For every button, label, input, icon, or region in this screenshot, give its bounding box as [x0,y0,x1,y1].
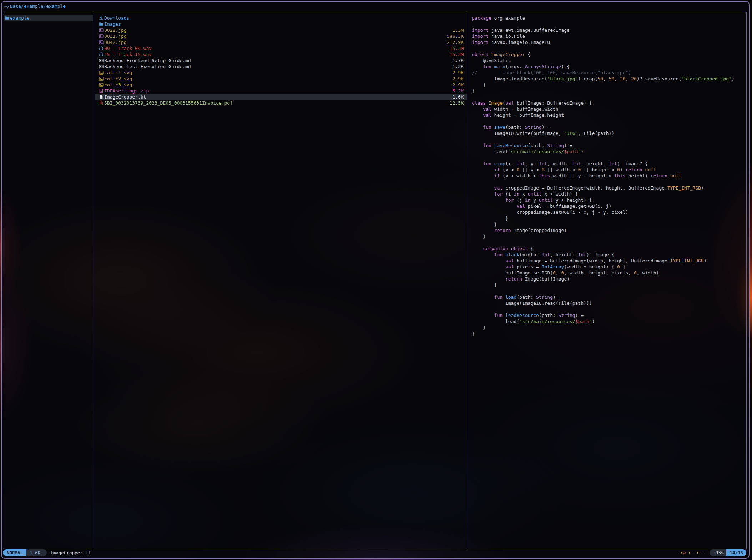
code-line: } [468,88,746,94]
code-segment: pixels = [514,264,541,269]
file-size: 1.3M [453,27,464,33]
code-segment: Int [609,161,617,166]
code-line: } [468,82,746,88]
file-row[interactable]: cal-c1.svg2.9K [95,70,467,76]
code-segment: Image.loadResource( [472,76,547,81]
cursor-position: 14/15 [726,549,746,556]
file-row[interactable]: Backend_Test_Execution_Guide.md1.3K [95,64,467,70]
code-line [468,155,746,161]
code-segment: ) [592,319,595,324]
permission-char: r [680,550,683,555]
code-line: } [468,324,746,331]
panes-container: example DownloadsImages0028.jpg1.3M0031.… [3,12,747,549]
file-size: 212.9K [447,39,464,45]
powerline-cap [44,549,47,556]
file-row[interactable]: Images [95,21,467,27]
code-line: import javax.imageio.ImageIO [468,39,746,45]
code-segment: String [547,143,564,148]
file-list-pane: DownloadsImages0028.jpg1.3M0031.jpg586.3… [94,12,468,549]
status-filename: ImageCropper.kt [50,550,91,555]
code-segment: null [642,167,656,172]
code-segment: 20 [620,76,626,81]
file-row[interactable]: cal-c3.svg2.9K [95,82,467,88]
file-preview-pane[interactable]: package org.example import java.awt.imag… [468,12,746,549]
file-row[interactable]: 0028.jpg1.3M [95,27,467,33]
file-row[interactable]: 09 - Track 09.wav15.3M [95,45,467,51]
code-segment: fun [472,294,503,300]
audio-icon [99,52,104,57]
code-segment: croppedImage.setRGB(i - x, j - y, pixel) [472,210,628,215]
code-segment: IntArray [542,264,564,269]
code-segment: fun [472,143,491,148]
file-row[interactable]: IDEAsettings.zip5.2K [95,88,467,94]
code-segment: Int [572,161,581,166]
code-segment: "blackCropped.jpg" [681,76,732,81]
code-segment: } [472,216,508,221]
code-segment: " [589,319,592,324]
code-segment: 0 [542,167,545,172]
code-segment: fun [472,125,491,130]
code-line: // Image.black(100, 100).saveResource("b… [468,70,746,76]
code-segment: this [614,173,625,178]
code-segment: (width * height) { [564,264,617,269]
file-row[interactable]: cal-c2.svg2.9K [95,76,467,82]
archive-icon [99,89,104,93]
code-segment: $path [564,149,578,154]
code-segment: black [503,252,519,257]
file-row[interactable]: SBI_0032013739_2023_DE05_0003155631Invoi… [95,100,467,106]
code-segment: pixel = buffImage.getRGB(i, j) [525,203,612,209]
code-segment: ) = [575,313,584,318]
folder-icon [5,16,10,20]
code-segment: TYPE_INT_RGB [670,258,704,263]
code-line: val pixels = IntArray(width * height) { … [468,264,746,270]
code-line [468,118,746,124]
code-segment: } [472,234,486,239]
code-line: croppedImage.setRGB(i - x, j - y, pixel) [468,209,746,215]
file-name: example [10,15,90,21]
code-segment: x [519,191,528,197]
file-row[interactable]: 0042.jpg212.9K [95,39,467,45]
code-line: val width = buffImage.width [468,106,746,112]
code-line: fun loadResource(path: String) = [468,312,746,318]
image-icon [99,34,104,39]
file-row[interactable]: 0031.jpg586.3K [95,33,467,39]
file-row[interactable]: Downloads [95,15,467,21]
code-segment: ImageIO.write(buffImage, [472,131,564,136]
code-segment: fun [472,313,503,318]
code-line: for (j in y until y + height) { [468,197,746,203]
code-line: } [468,331,746,337]
code-segment: 0 [634,270,637,276]
file-row[interactable]: example [4,15,93,21]
code-segment: in [525,197,531,203]
code-segment: { [528,246,534,251]
code-segment: width = buffImage.width [491,106,559,112]
code-segment: (width: [519,252,542,257]
code-segment: ).crop( [578,76,597,81]
code-segment: val [472,203,525,209]
file-size: 1.6K [453,94,464,100]
code-line: fun saveResource(path: String) = [468,142,746,148]
code-segment: java.awt.image.BufferedImage [489,27,570,33]
code-segment: crop [491,161,505,166]
terminal-window: ~/Data/example/example example Downloads… [1,1,750,559]
code-segment: null [667,173,681,178]
code-segment: val [472,185,503,191]
code-segment: ): Image { [586,252,614,257]
code-segment: } [472,331,475,336]
code-segment: (x < [500,167,516,172]
file-row[interactable]: Backend_Frontend_Setup_Guide.md1.7K [95,57,467,64]
code-segment: return [472,228,511,233]
file-row[interactable]: ImageCropper.kt1.6K [95,94,467,100]
code-line: Image(ImageIO.read(File(path))) [468,300,746,306]
file-row[interactable]: 15 - Track 15.wav15.3M [95,51,467,57]
code-segment: buffImage = BufferedImage(width, height,… [514,258,670,263]
file-name: Backend_Frontend_Setup_Guide.md [104,57,453,64]
code-line: } [468,282,746,288]
file-name: cal-c3.svg [104,82,453,88]
code-segment: , width) [637,270,659,276]
file-icon [99,95,104,99]
cwd-path: ~/Data/example/example [4,3,66,9]
code-segment: ) = [553,294,561,300]
code-segment: ) [701,185,704,191]
code-segment: 0 [617,264,620,269]
